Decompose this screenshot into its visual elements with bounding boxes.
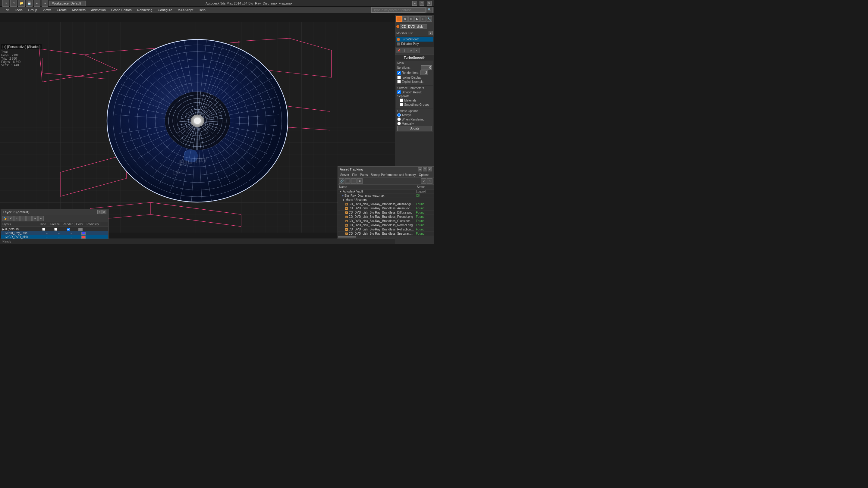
motion-tab[interactable]: ▶ bbox=[414, 16, 420, 22]
asset-refresh-icon[interactable]: ↺ bbox=[421, 178, 427, 184]
asset-menu-options[interactable]: Options bbox=[418, 173, 430, 177]
layer-tool-6[interactable]: → bbox=[32, 216, 38, 221]
layer-color-2[interactable] bbox=[78, 235, 89, 238]
asset-icon-4[interactable]: ≡ bbox=[357, 178, 363, 184]
menu-modifiers[interactable]: Modifiers bbox=[70, 7, 88, 12]
asset-minimize-btn[interactable]: – bbox=[418, 167, 422, 171]
asset-scrollbar[interactable] bbox=[338, 236, 434, 238]
layer-color-0[interactable] bbox=[75, 228, 86, 231]
verts-label: Verts: bbox=[1, 64, 9, 67]
explicit-normals-checkbox[interactable] bbox=[397, 80, 401, 84]
layer-tool-3[interactable]: + bbox=[14, 216, 20, 221]
always-row: Always bbox=[397, 113, 432, 117]
update-button[interactable]: Update bbox=[397, 126, 432, 131]
layer-color-1[interactable] bbox=[78, 232, 89, 235]
asset-menu-server[interactable]: Server bbox=[339, 173, 350, 177]
search-input[interactable] bbox=[371, 7, 426, 13]
maximize-btn[interactable]: □ bbox=[420, 1, 424, 6]
menu-group[interactable]: Group bbox=[26, 7, 40, 12]
render-iters-row: Render Iters: bbox=[397, 70, 432, 75]
materials-checkbox[interactable] bbox=[400, 98, 403, 102]
layer-tool-7[interactable]: ← bbox=[38, 216, 44, 221]
display-tab[interactable]: □ bbox=[421, 16, 426, 22]
isoline-checkbox[interactable] bbox=[397, 76, 401, 79]
menu-help[interactable]: Help bbox=[196, 7, 208, 12]
asset-maximize-btn[interactable]: □ bbox=[423, 167, 427, 171]
smooth-result-checkbox[interactable] bbox=[397, 90, 401, 94]
remove-modifier-btn[interactable]: ✕ bbox=[414, 48, 420, 53]
render-iters-input[interactable] bbox=[420, 70, 428, 75]
smoothing-groups-checkbox[interactable] bbox=[400, 103, 403, 106]
menu-maxscript[interactable]: MAXScript bbox=[175, 7, 195, 12]
asset-row-maxfile[interactable]: ● Blu_Ray_Disc_max_vray.max OK bbox=[338, 194, 434, 198]
close-btn[interactable]: ✕ bbox=[427, 1, 432, 6]
layer-close-btn[interactable]: ✕ bbox=[102, 210, 106, 214]
layer-tool-5[interactable]: ↓ bbox=[26, 216, 32, 221]
asset-icon-2[interactable]: ⬛ bbox=[345, 178, 350, 184]
layer-tool-4[interactable]: ↑ bbox=[20, 216, 26, 221]
manually-radio[interactable] bbox=[397, 122, 401, 125]
open-btn[interactable]: 📁 bbox=[18, 0, 25, 7]
menu-views[interactable]: Views bbox=[40, 7, 54, 12]
minimize-btn[interactable]: – bbox=[412, 1, 417, 6]
asset-icon-1[interactable]: 🔗 bbox=[339, 178, 344, 184]
asset-icon-3[interactable]: ☰ bbox=[351, 178, 356, 184]
show-result-btn[interactable]: ▽ bbox=[408, 48, 413, 53]
layer-row-1[interactable]: ☑Blu_Ray_Disc – – – bbox=[1, 231, 108, 235]
menu-configure[interactable]: Configure bbox=[156, 7, 175, 12]
menu-tools[interactable]: Tools bbox=[12, 7, 25, 12]
col-header-freeze: Freeze bbox=[49, 222, 61, 226]
workspace-dropdown[interactable]: Workspace: Default bbox=[50, 1, 86, 6]
utilities-tab[interactable]: 🔧 bbox=[427, 16, 432, 22]
disc-model: Blu-ray Disc bbox=[95, 33, 300, 209]
object-name-input[interactable] bbox=[400, 24, 427, 29]
undo-btn[interactable]: ↩ bbox=[34, 0, 40, 7]
modify-tab[interactable]: ⚙ bbox=[402, 16, 408, 22]
modifier-pin-btn[interactable]: | bbox=[402, 48, 407, 53]
asset-close-btn[interactable]: ✕ bbox=[428, 167, 432, 171]
asset-row-tex4[interactable]: 🖼 CD_DVD_disk_Blu-Ray_Brandless_Fresnel.… bbox=[338, 215, 434, 219]
asset-menu-bitmap[interactable]: Bitmap Performance and Memory bbox=[370, 173, 417, 177]
iterations-input[interactable] bbox=[421, 65, 432, 70]
modifier-turbosmooth[interactable]: TurboSmooth bbox=[396, 37, 433, 41]
asset-row-tex6[interactable]: 🖼 CD_DVD_disk_Blu-Ray_Brandless_Normal.p… bbox=[338, 223, 434, 227]
menu-edit[interactable]: Edit bbox=[1, 7, 12, 12]
asset-row-maps[interactable]: ▼ Maps / Shaders bbox=[338, 198, 434, 202]
asset-row-tex5[interactable]: 🖼 CD_DVD_disk_Blu-Ray_Brandless_Glossine… bbox=[338, 219, 434, 223]
layer-tool-1[interactable]: 🎭 bbox=[2, 216, 7, 221]
menubar: Edit Tools Group Views Create Modifiers … bbox=[0, 7, 434, 13]
menu-rendering[interactable]: Rendering bbox=[135, 7, 155, 12]
viewport[interactable]: [+] [Perspective] [Shaded] Total Polys: … bbox=[0, 22, 395, 233]
modifier-list-dropdown[interactable]: ▼ bbox=[429, 31, 433, 35]
app-icon[interactable]: 3 bbox=[2, 0, 9, 7]
redo-btn[interactable]: ↪ bbox=[41, 0, 48, 7]
asset-row-tex2[interactable]: 🖼 CD_DVD_disk_Blu-Ray_Brandless_AnisoLev… bbox=[338, 206, 434, 210]
always-radio[interactable] bbox=[397, 113, 401, 117]
asset-menu-paths[interactable]: Paths bbox=[359, 173, 369, 177]
asset-menu-file[interactable]: File bbox=[351, 173, 358, 177]
layer-help-btn[interactable]: ? bbox=[97, 210, 101, 214]
save-btn[interactable]: 💾 bbox=[26, 0, 33, 7]
asset-name-tex4: 🖼 CD_DVD_disk_Blu-Ray_Brandless_Fresnel.… bbox=[338, 215, 415, 218]
layer-hide-2: – bbox=[41, 235, 53, 238]
asset-row-tex3[interactable]: 🖼 CD_DVD_disk_Blu-Ray_Brandless_Diffuse.… bbox=[338, 210, 434, 215]
new-btn[interactable]: □ bbox=[10, 0, 17, 7]
hierarchy-tab[interactable]: H bbox=[408, 16, 414, 22]
asset-row-tex7[interactable]: 🖼 CD_DVD_disk_Blu-Ray_Brandless_Refracti… bbox=[338, 227, 434, 232]
menu-animation[interactable]: Animation bbox=[89, 7, 108, 12]
create-tab[interactable]: + bbox=[396, 16, 402, 22]
menu-create[interactable]: Create bbox=[54, 7, 69, 12]
when-rendering-radio[interactable] bbox=[397, 118, 401, 121]
render-iters-checkbox[interactable] bbox=[397, 71, 401, 75]
asset-row-vault[interactable]: ▼ Autodesk Vault Logged bbox=[338, 190, 434, 194]
pin-btn[interactable]: 📌 bbox=[396, 48, 401, 53]
asset-name-tex1: 🖼 CD_DVD_disk_Blu-Ray_Brandless_AnisoAng… bbox=[338, 202, 415, 206]
search-btn[interactable]: 🔍 bbox=[426, 7, 433, 13]
menu-graph-editors[interactable]: Graph Editors bbox=[109, 7, 134, 12]
asset-row-tex8[interactable]: 🖼 CD_DVD_disk_Blu-Ray_Brandless_Specular… bbox=[338, 232, 434, 236]
asset-info-icon[interactable]: ℹ bbox=[427, 178, 433, 184]
layer-row-0[interactable]: ▶0 (default) bbox=[1, 227, 108, 231]
layer-tool-2[interactable]: ✕ bbox=[8, 216, 13, 221]
asset-row-tex1[interactable]: 🖼 CD_DVD_disk_Blu-Ray_Brandless_AnisoAng… bbox=[338, 202, 434, 206]
modifier-editable-poly[interactable]: Editable Poly bbox=[396, 41, 433, 46]
